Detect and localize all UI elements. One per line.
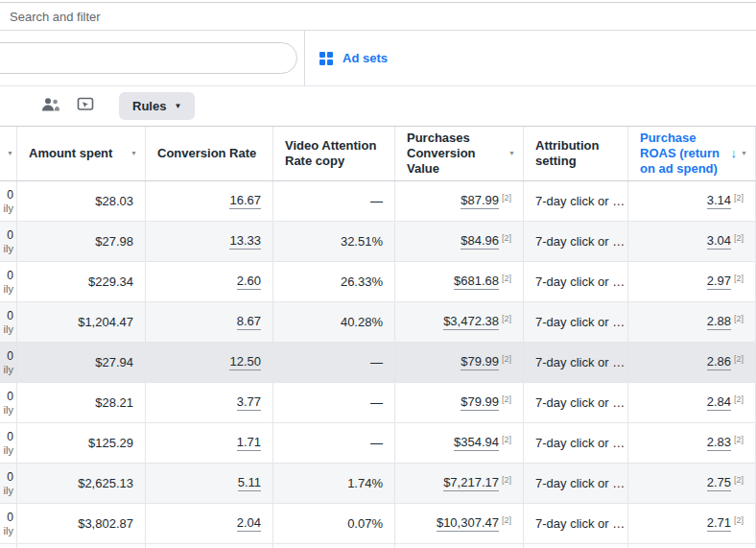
conversion-rate-value[interactable]: 2.04 [237,516,261,532]
roas-value-link[interactable]: 2.97 [707,274,731,290]
audience-icon-button[interactable] [38,94,63,119]
budget-fragment: 0 [7,391,13,403]
column-header-video-attention[interactable]: Video Attention Rate copy [273,127,395,180]
cell-amount-spent: $1,204.47 [17,302,146,342]
conversion-rate-value[interactable]: 12.50 [229,355,261,370]
tab-bar: Ad sets [305,31,756,85]
roas-value-link[interactable]: 2.71 [707,516,731,532]
table-row[interactable]: 0 ily $28.21 3.77 — $79.99 [2] 7-day cli… [0,383,756,423]
budget-period-fragment: ily [4,283,13,295]
cell-purchases-conversion-value: $10,307.47 [2] [395,504,524,543]
attribution-setting-value: 7-day click or … [535,194,625,208]
conversion-rate-value[interactable]: 2.60 [237,274,261,290]
video-attention-rate-value: 26.33% [341,274,383,289]
rules-button[interactable]: Rules ▼ [119,92,195,120]
purchases-value-link[interactable]: $10,307.47 [437,516,499,532]
cell-amount-spent: $125.29 [17,423,146,463]
tab-ad-sets[interactable]: Ad sets [319,31,388,85]
cell-conversion-rate: 1.71 [146,423,273,463]
rules-label: Rules [132,99,166,113]
table-row[interactable]: 0 ily $27.98 13.33 32.51% $84.96 [2] 7-d… [0,222,756,262]
column-header-purchase-roas[interactable]: Purchase ROAS (return on ad spend) ↓ ▼ [628,127,756,180]
video-attention-rate-value: — [370,395,383,410]
purchases-value-link[interactable]: $84.96 [461,234,499,250]
video-attention-rate-value: 32.51% [341,234,383,249]
cell-amount-spent: $3,802.87 [17,504,146,543]
purchases-value-link[interactable]: $354.94 [454,436,499,451]
cell-purchases-conversion-value: $681.68 [2] [395,262,524,301]
cell-amount-spent: $28.21 [17,383,146,422]
video-attention-rate-value: — [370,355,383,369]
preview-icon-button[interactable] [73,94,98,119]
budget-fragment: 0 [7,310,13,322]
budget-fragment: 0 [7,229,13,242]
cell-purchase-roas: 2.75 [2] [628,464,756,503]
roas-value-link[interactable]: 2.88 [707,315,731,330]
table-row[interactable]: 0 ily $27.94 12.50 — $79.99 [2] 7-day cl… [0,343,756,383]
column-header-conversion-rate[interactable]: Conversion Rate [146,127,273,180]
audience-icon [41,96,60,116]
purchases-value-link[interactable]: $79.99 [461,355,499,370]
table-row[interactable]: 0 ily $3,802.87 2.04 0.07% $10,307.47 [2… [0,504,756,544]
subheader: Ad sets [0,31,756,86]
cell-amount-spent: $229.34 [17,262,146,301]
cell-attribution-setting: 7-day click or … [524,262,628,301]
budget-fragment: 0 [7,512,13,524]
conversion-rate-value[interactable]: 3.77 [237,395,261,411]
footnote-marker: [2] [502,394,511,404]
amount-spent-value: $2,625.13 [78,476,133,490]
conversion-rate-value[interactable]: 16.67 [229,194,261,209]
purchases-value-link[interactable]: $87.99 [461,194,499,209]
footnote-marker: [2] [502,314,511,323]
purchases-value-link[interactable]: $7,217.17 [443,476,499,491]
cell-budget-clipped: 0 ily [0,464,17,503]
amount-spent-value: $125.29 [88,436,133,450]
purchases-value-link[interactable]: $3,472.38 [443,315,499,330]
conversion-rate-value[interactable]: 8.67 [237,315,261,330]
cell-budget-clipped: 0 ily [0,222,17,261]
column-header-clipped[interactable]: ▼ [0,127,17,180]
cell-attribution-setting: 7-day click or … [524,181,628,221]
table-row[interactable]: 0 ily $125.29 1.71 — $354.94 [2] 7-day c… [0,423,756,464]
budget-period-fragment: ily [4,525,13,536]
cell-amount-spent: $27.98 [17,222,146,261]
cell-video-attention-rate: 40.28% [273,302,395,342]
roas-value-link[interactable]: 3.04 [707,234,731,250]
purchases-value-link[interactable]: $79.99 [461,395,499,411]
footnote-marker: [2] [734,394,744,404]
column-header-amount-spent[interactable]: Amount spent ▼ [17,127,146,180]
amount-spent-value: $28.21 [95,395,133,410]
cell-video-attention-rate: 26.33% [273,262,395,301]
conversion-rate-value[interactable]: 5.11 [238,476,261,491]
cell-conversion-rate: 2.04 [146,504,273,543]
table-row[interactable]: 0 ily $229.34 2.60 26.33% $681.68 [2] 7-… [0,262,756,302]
conversion-rate-value[interactable]: 1.71 [237,436,261,451]
footnote-marker: [2] [502,193,511,203]
column-header-purchases-value[interactable]: Purchases Conversion Value ▼ [395,127,524,180]
column-label: Purchases Conversion Value [407,131,505,177]
budget-fragment: 0 [7,189,13,202]
purchases-value-link[interactable]: $681.68 [454,274,499,290]
sort-caret-icon: ▼ [130,146,137,161]
cell-video-attention-rate: — [273,383,395,422]
roas-value-link[interactable]: 2.75 [707,476,731,491]
conversion-rate-value[interactable]: 13.33 [229,234,261,250]
column-label: Conversion Rate [157,146,265,161]
search-and-filter-label: Search and filter [10,10,101,24]
budget-fragment: 0 [7,270,13,282]
column-header-attribution[interactable]: Attribution setting [524,127,628,180]
roas-value-link[interactable]: 3.14 [707,194,731,209]
cell-attribution-setting: 7-day click or … [524,423,628,463]
attribution-setting-value: 7-day click or … [535,516,625,531]
roas-value-link[interactable]: 2.84 [707,395,731,411]
roas-value-link[interactable]: 2.86 [707,355,731,370]
search-and-filter-bar[interactable]: Search and filter [0,2,756,31]
table-row[interactable]: 0 ily $2,625.13 5.11 1.74% $7,217.17 [2]… [0,464,756,504]
table-row[interactable]: 0 ily $1,204.47 8.67 40.28% $3,472.38 [2… [0,302,756,343]
search-pill[interactable] [0,42,297,74]
cell-purchases-conversion-value: $354.94 [2] [395,423,524,463]
table-row-partial [0,544,756,548]
table-row[interactable]: 0 ily $28.03 16.67 — $87.99 [2] 7-day cl… [0,181,756,222]
roas-value-link[interactable]: 2.83 [707,436,731,451]
amount-spent-value: $28.03 [95,194,133,208]
